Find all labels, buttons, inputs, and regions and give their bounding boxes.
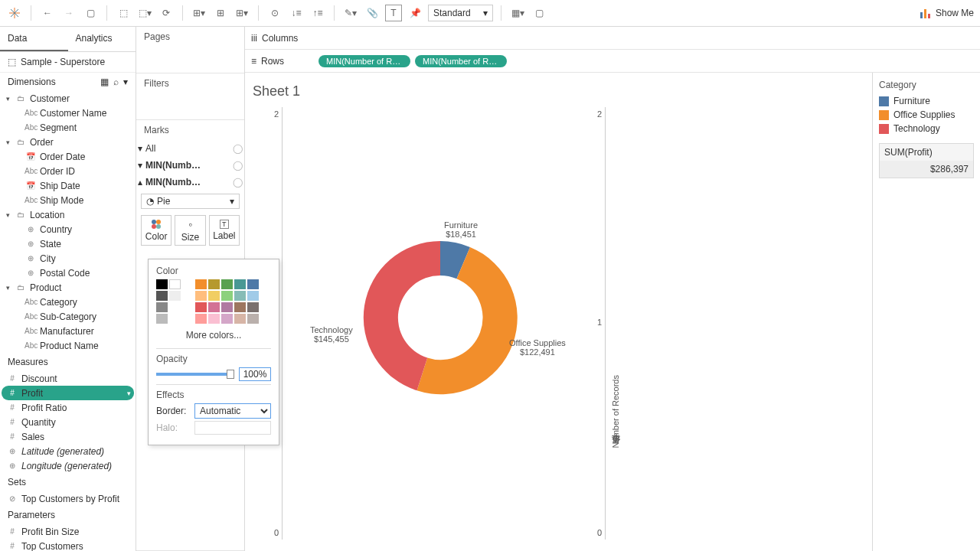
field-customer-name[interactable]: AbcCustomer Name	[2, 106, 134, 120]
swatch[interactable]	[247, 291, 259, 301]
field-profit-ratio[interactable]: #Profit Ratio	[2, 400, 134, 415]
pin-icon[interactable]: 📌	[407, 5, 423, 21]
mark-color-button[interactable]: Color	[141, 215, 172, 246]
tab-data[interactable]: Data	[0, 27, 68, 51]
save-icon[interactable]: ▢	[82, 5, 99, 21]
present-icon[interactable]: ▢	[531, 5, 547, 21]
opacity-input[interactable]	[239, 367, 271, 381]
more-colors-link[interactable]: More colors...	[156, 328, 271, 345]
sort2-icon[interactable]: ↑≡	[309, 5, 326, 21]
legend-item-furniture[interactable]: Furniture	[879, 94, 974, 108]
group-icon[interactable]: ⊙	[266, 5, 283, 21]
swap-icon[interactable]: ⊞▾	[191, 5, 207, 21]
swatch[interactable]	[195, 314, 207, 324]
highlight-icon[interactable]: ✎▾	[342, 5, 359, 21]
swatch[interactable]	[234, 291, 246, 301]
swatch[interactable]	[234, 279, 246, 289]
swatch[interactable]	[208, 279, 220, 289]
field-sales[interactable]: #Sales	[2, 429, 134, 444]
new-sheet-icon[interactable]: ⬚▾	[136, 5, 153, 21]
marks-all[interactable]: ▾All◯	[136, 140, 244, 157]
field-subcategory[interactable]: AbcSub-Category	[2, 309, 134, 324]
field-city[interactable]: ⊕City	[2, 251, 134, 266]
swatch[interactable]	[234, 314, 246, 324]
sort-asc-icon[interactable]: ⊞	[212, 5, 229, 21]
swatch[interactable]	[234, 302, 246, 312]
folder-product[interactable]: ▾🗀Product	[2, 280, 134, 295]
folder-location[interactable]: ▾🗀Location	[2, 207, 134, 222]
opacity-slider[interactable]	[156, 373, 234, 376]
sort-desc-icon[interactable]: ⊞▾	[234, 5, 250, 21]
marks-m2[interactable]: ▴MIN(Numb…◯	[136, 174, 244, 191]
field-ship-date[interactable]: 📅Ship Date	[2, 178, 134, 193]
swatch[interactable]	[169, 279, 181, 289]
sort-icon[interactable]: ↓≡	[288, 5, 305, 21]
set-top-customers[interactable]: ⊘Top Customers by Profit	[2, 491, 134, 506]
swatch[interactable]	[221, 291, 233, 301]
field-state[interactable]: ⊕State	[2, 236, 134, 251]
swatch[interactable]	[156, 279, 168, 289]
rows-pill-2[interactable]: MIN(Number of Recor..	[415, 55, 507, 67]
field-manufacturer[interactable]: AbcManufacturer	[2, 324, 134, 338]
swatch[interactable]	[208, 291, 220, 301]
columns-shelf[interactable]: iiiColumns	[245, 27, 980, 50]
swatch[interactable]	[221, 314, 233, 324]
swatch[interactable]	[169, 291, 181, 301]
swatch[interactable]	[247, 279, 259, 289]
halo-select[interactable]	[194, 421, 271, 435]
swatch[interactable]	[156, 291, 168, 301]
mark-size-button[interactable]: ◦Size	[175, 215, 205, 246]
field-category[interactable]: AbcCategory	[2, 295, 134, 309]
swatch[interactable]	[156, 314, 168, 324]
param-top[interactable]: #Top Customers	[2, 539, 134, 551]
param-bin[interactable]: #Profit Bin Size	[2, 524, 134, 539]
rows-pill-1[interactable]: MIN(Number of Recor..	[318, 55, 410, 67]
swatch[interactable]	[208, 302, 220, 312]
swatch[interactable]	[195, 291, 207, 301]
forward-icon[interactable]: →	[60, 5, 77, 21]
view-icon[interactable]: ▦	[100, 77, 109, 87]
rows-shelf[interactable]: ≡Rows MIN(Number of Recor.. MIN(Number o…	[245, 50, 980, 73]
swatch[interactable]	[247, 302, 259, 312]
text-icon[interactable]: T	[385, 5, 402, 21]
folder-customer[interactable]: ▾🗀Customer	[2, 91, 134, 106]
field-discount[interactable]: #Discount	[2, 371, 134, 386]
swatch[interactable]	[221, 279, 233, 289]
fit-dropdown[interactable]: Standard ▾	[428, 5, 493, 21]
field-quantity[interactable]: #Quantity	[2, 415, 134, 429]
back-icon[interactable]: ←	[39, 5, 56, 21]
field-longitude[interactable]: ⊕Longitude (generated)	[2, 458, 134, 473]
legend-item-technology[interactable]: Technology	[879, 122, 974, 135]
field-ship-mode[interactable]: AbcShip Mode	[2, 193, 134, 207]
field-latitude[interactable]: ⊕Latitude (generated)	[2, 444, 134, 458]
attach-icon[interactable]: 📎	[364, 5, 381, 21]
search-icon[interactable]: ⌕	[113, 77, 119, 87]
swatch[interactable]	[208, 314, 220, 324]
field-profit[interactable]: #Profit▾	[2, 386, 134, 400]
refresh-icon[interactable]: ⟳	[158, 5, 175, 21]
marks-m1[interactable]: ▾MIN(Numb…◯	[136, 157, 244, 174]
field-country[interactable]: ⊕Country	[2, 222, 134, 236]
sheet-title[interactable]: Sheet 1	[253, 83, 300, 99]
mark-label-button[interactable]: TLabel	[209, 215, 240, 246]
legend-item-office[interactable]: Office Supplies	[879, 108, 974, 122]
folder-order[interactable]: ▾🗀Order	[2, 135, 134, 149]
field-segment[interactable]: AbcSegment	[2, 120, 134, 135]
swatch[interactable]	[195, 302, 207, 312]
tab-analytics[interactable]: Analytics	[68, 27, 136, 51]
swatch[interactable]	[221, 302, 233, 312]
field-order-id[interactable]: AbcOrder ID	[2, 164, 134, 178]
data-source[interactable]: ⬚ Sample - Superstore	[0, 52, 136, 73]
new-datasource-icon[interactable]: ⬚	[115, 5, 132, 21]
show-cards-icon[interactable]: ▦▾	[509, 5, 526, 21]
field-product-name[interactable]: AbcProduct Name	[2, 338, 134, 353]
field-order-date[interactable]: 📅Order Date	[2, 149, 134, 164]
swatch[interactable]	[156, 302, 168, 312]
show-me-button[interactable]: Show Me	[920, 8, 974, 18]
field-postal[interactable]: ⊕Postal Code	[2, 266, 134, 280]
menu-icon[interactable]: ▾	[123, 77, 128, 87]
mark-type-dropdown[interactable]: ◔Pie▾	[141, 194, 240, 209]
swatch[interactable]	[247, 314, 259, 324]
swatch[interactable]	[195, 279, 207, 289]
border-select[interactable]: Automatic	[194, 403, 271, 419]
